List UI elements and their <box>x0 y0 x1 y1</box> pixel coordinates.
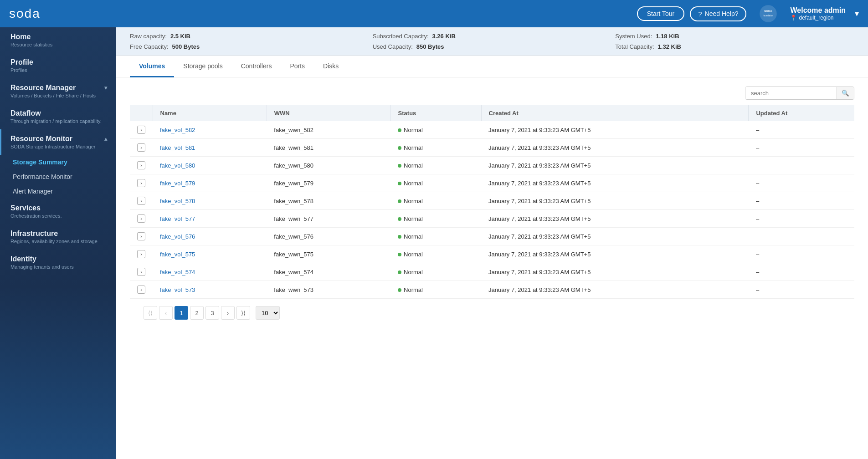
header: soda Start Tour ? Need Help? SODA founda… <box>0 0 868 27</box>
cell-status-0: Normal <box>390 121 481 139</box>
page-2-button[interactable]: 2 <box>190 306 204 320</box>
expand-col-5: › <box>130 210 153 228</box>
resource-monitor-submenu: Storage Summary Performance Monitor Aler… <box>0 155 116 199</box>
user-dropdown-icon[interactable]: ▾ <box>855 9 859 19</box>
search-button[interactable]: 🔍 <box>837 87 854 99</box>
submenu-item-storage-summary[interactable]: Storage Summary <box>0 155 116 169</box>
cell-status-3: Normal <box>390 174 481 192</box>
tab-storage-pools[interactable]: Storage pools <box>174 56 231 77</box>
volume-link-1[interactable]: fake_vol_581 <box>160 144 195 151</box>
table-row: › fake_vol_576 fake_wwn_576 Normal Janua… <box>130 228 854 245</box>
cell-updated-8: – <box>749 263 854 281</box>
volume-link-7[interactable]: fake_vol_575 <box>160 251 195 258</box>
cell-status-5: Normal <box>390 210 481 228</box>
chevron-up-icon: ▴ <box>104 136 107 142</box>
cell-wwn-0: fake_wwn_582 <box>267 121 390 139</box>
cell-status-1: Normal <box>390 139 481 157</box>
next-page-button[interactable]: › <box>221 306 235 320</box>
first-page-button[interactable]: ⟨⟨ <box>144 306 157 320</box>
main-layout: Home Resource statistics Profile Profile… <box>0 27 868 459</box>
col-created-at: Created At <box>481 105 749 121</box>
table-row: › fake_vol_581 fake_wwn_581 Normal Janua… <box>130 139 854 157</box>
expand-button-2[interactable]: › <box>137 161 145 169</box>
prev-page-button[interactable]: ‹ <box>159 306 173 320</box>
table-row: › fake_vol_577 fake_wwn_577 Normal Janua… <box>130 210 854 228</box>
sidebar-item-resource-manager[interactable]: Resource Manager ▾ Volumes / Buckets / F… <box>0 78 116 104</box>
tab-disks[interactable]: Disks <box>314 56 348 77</box>
start-tour-button[interactable]: Start Tour <box>637 6 684 21</box>
expand-col-0: › <box>130 121 153 139</box>
submenu-item-performance-monitor[interactable]: Performance Monitor <box>0 169 116 184</box>
location-icon: 📍 <box>790 15 797 21</box>
expand-button-4[interactable]: › <box>137 197 145 205</box>
cell-updated-9: – <box>749 281 854 299</box>
cell-status-6: Normal <box>390 228 481 245</box>
tab-volumes[interactable]: Volumes <box>130 56 174 77</box>
search-input[interactable] <box>745 87 837 99</box>
cell-name-0: fake_vol_582 <box>153 121 267 139</box>
tab-ports[interactable]: Ports <box>281 56 314 77</box>
cell-created-0: January 7, 2021 at 9:33:23 AM GMT+5 <box>481 121 749 139</box>
cell-wwn-8: fake_wwn_574 <box>267 263 390 281</box>
sidebar-item-profile[interactable]: Profile Profiles <box>0 53 116 78</box>
status-dot-5 <box>398 217 401 221</box>
cell-updated-5: – <box>749 210 854 228</box>
sidebar-item-dataflow[interactable]: Dataflow Through migration / replication… <box>0 104 116 129</box>
volume-link-0[interactable]: fake_vol_582 <box>160 127 195 133</box>
expand-button-5[interactable]: › <box>137 214 145 223</box>
volume-link-4[interactable]: fake_vol_578 <box>160 198 195 204</box>
status-dot-6 <box>398 235 401 239</box>
page-size-select[interactable]: 10 20 50 <box>256 306 280 320</box>
expand-col-7: › <box>130 245 153 263</box>
expand-button-0[interactable]: › <box>137 126 145 134</box>
cell-wwn-2: fake_wwn_580 <box>267 157 390 174</box>
table-row: › fake_vol_574 fake_wwn_574 Normal Janua… <box>130 263 854 281</box>
chevron-down-icon: ▾ <box>104 85 107 91</box>
cell-status-2: Normal <box>390 157 481 174</box>
expand-button-9[interactable]: › <box>137 286 145 294</box>
cell-name-2: fake_vol_580 <box>153 157 267 174</box>
last-page-button[interactable]: ⟩⟩ <box>236 306 250 320</box>
expand-button-8[interactable]: › <box>137 268 145 276</box>
capacity-bar: Raw capacity: 2.5 KiB Subscribed Capacit… <box>116 27 868 56</box>
expand-button-7[interactable]: › <box>137 250 145 258</box>
volume-link-3[interactable]: fake_vol_579 <box>160 180 195 187</box>
status-dot-8 <box>398 270 401 274</box>
page-1-button[interactable]: 1 <box>175 306 188 320</box>
volume-link-8[interactable]: fake_vol_574 <box>160 269 195 275</box>
expand-col-4: › <box>130 192 153 210</box>
expand-col-8: › <box>130 263 153 281</box>
sidebar-item-home[interactable]: Home Resource statistics <box>0 27 116 53</box>
volume-link-9[interactable]: fake_vol_573 <box>160 286 195 293</box>
sidebar-item-infrastructure[interactable]: Infrastructure Regions, availability zon… <box>0 224 116 250</box>
cap-total: Total Capacity: 1.32 KiB <box>615 43 854 50</box>
search-box: 🔍 <box>745 87 854 100</box>
table-row: › fake_vol_579 fake_wwn_579 Normal Janua… <box>130 174 854 192</box>
page-3-button[interactable]: 3 <box>205 306 219 320</box>
expand-button-3[interactable]: › <box>137 179 145 187</box>
table-row: › fake_vol_582 fake_wwn_582 Normal Janua… <box>130 121 854 139</box>
sidebar-item-services[interactable]: Services Orchestration services. <box>0 199 116 224</box>
cell-wwn-4: fake_wwn_578 <box>267 192 390 210</box>
submenu-item-alert-manager[interactable]: Alert Manager <box>0 184 116 199</box>
sidebar-item-resource-monitor[interactable]: Resource Monitor ▴ SODA Storage Infrastr… <box>0 129 116 155</box>
status-dot-7 <box>398 253 401 256</box>
volume-link-6[interactable]: fake_vol_576 <box>160 233 195 240</box>
cell-name-9: fake_vol_573 <box>153 281 267 299</box>
tab-controllers[interactable]: Controllers <box>232 56 281 77</box>
expand-button-6[interactable]: › <box>137 232 145 240</box>
volume-link-2[interactable]: fake_vol_580 <box>160 162 195 169</box>
volume-link-5[interactable]: fake_vol_577 <box>160 215 195 222</box>
expand-button-1[interactable]: › <box>137 143 145 152</box>
main-content: Raw capacity: 2.5 KiB Subscribed Capacit… <box>116 27 868 459</box>
sidebar-item-identity[interactable]: Identity Managing tenants and users <box>0 250 116 275</box>
need-help-button[interactable]: ? Need Help? <box>690 6 746 21</box>
cell-wwn-5: fake_wwn_577 <box>267 210 390 228</box>
table-header-row: Name WWN Status Created At Updated At <box>130 105 854 121</box>
col-updated-at: Updated At <box>749 105 854 121</box>
logo: soda <box>9 6 41 21</box>
table-row: › fake_vol_578 fake_wwn_578 Normal Janua… <box>130 192 854 210</box>
cell-created-3: January 7, 2021 at 9:33:23 AM GMT+5 <box>481 174 749 192</box>
cell-updated-0: – <box>749 121 854 139</box>
col-status: Status <box>390 105 481 121</box>
